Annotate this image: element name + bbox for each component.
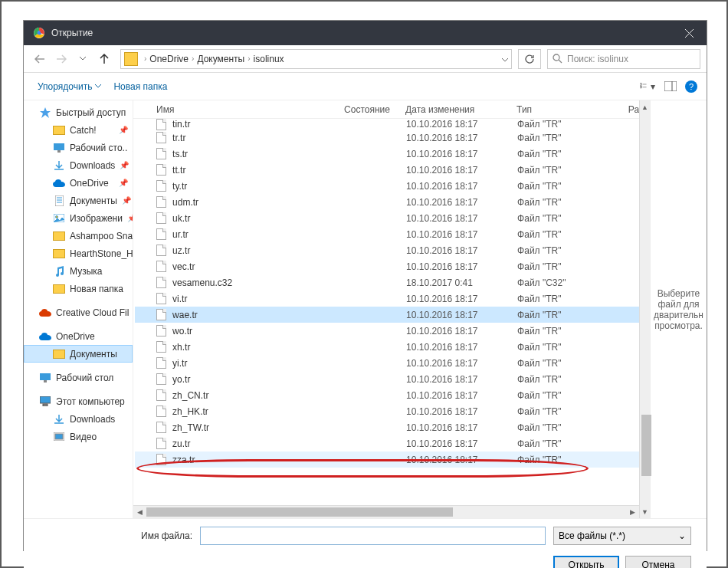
chevron-right-icon[interactable]: › <box>144 54 146 63</box>
file-row[interactable]: zh_TW.tr10.10.2016 18:17Файл "TR" <box>135 419 639 435</box>
sidebar-item[interactable]: Creative Cloud Fil <box>24 304 133 321</box>
organize-button[interactable]: Упорядочить <box>33 78 106 95</box>
sidebar-item[interactable]: Рабочий сто..📌 <box>24 139 133 156</box>
sidebar-item[interactable]: Документы📌 <box>24 192 133 209</box>
sidebar-item-documents[interactable]: Документы <box>24 345 133 363</box>
file-row[interactable]: udm.tr10.10.2016 18:17Файл "TR" <box>135 194 639 210</box>
folder-icon <box>53 350 65 359</box>
column-size[interactable]: Ра <box>608 104 639 115</box>
pin-icon: 📌 <box>122 196 131 205</box>
window-title: Открытие <box>51 28 671 38</box>
file-row[interactable]: tin.tr10.10.2016 18:17Файл "TR" <box>135 119 639 130</box>
help-button[interactable]: ? <box>685 80 697 93</box>
sidebar-item[interactable]: Видео <box>24 428 133 445</box>
folder-icon <box>53 126 65 135</box>
file-date: 10.10.2016 18:17 <box>406 197 517 208</box>
file-row[interactable]: uk.tr10.10.2016 18:17Файл "TR" <box>135 210 639 226</box>
file-row[interactable]: vesamenu.c3218.10.2017 0:41Файл "C32" <box>135 274 639 291</box>
file-name: tin.tr <box>172 119 360 130</box>
filename-input[interactable] <box>200 527 546 545</box>
file-row[interactable]: tt.tr10.10.2016 18:17Файл "TR" <box>135 162 639 178</box>
column-type[interactable]: Тип <box>516 104 608 115</box>
search-input[interactable]: Поиск: isolinux <box>547 49 700 69</box>
file-name: vec.tr <box>172 261 360 272</box>
sidebar-item[interactable]: Изображени📌 <box>24 209 133 227</box>
sidebar-item[interactable]: Ashampoo Snap <box>24 227 133 245</box>
file-icon <box>156 132 166 143</box>
file-type: Файл "TR" <box>517 119 609 130</box>
file-row[interactable]: zh_CN.tr10.10.2016 18:17Файл "TR" <box>135 387 639 403</box>
scroll-thumb[interactable] <box>641 415 651 476</box>
chevron-right-icon[interactable]: › <box>192 54 194 63</box>
breadcrumb-item[interactable]: Документы <box>197 54 244 64</box>
column-date[interactable]: Дата изменения <box>405 104 516 115</box>
file-type: Файл "TR" <box>517 181 609 192</box>
nav-back[interactable] <box>30 49 50 69</box>
file-icon <box>156 422 166 433</box>
sidebar-item[interactable]: Музыка <box>24 262 133 280</box>
chevron-right-icon[interactable]: › <box>248 54 250 63</box>
sidebar-this-pc[interactable]: Этот компьютер <box>24 392 133 410</box>
file-date: 18.10.2017 0:41 <box>406 277 517 288</box>
sidebar-item[interactable]: Downloads <box>24 410 133 428</box>
sidebar-quick-access[interactable]: Быстрый доступ <box>24 103 133 121</box>
sidebar-item[interactable]: Catch!📌 <box>24 121 133 139</box>
file-type: Файл "TR" <box>517 133 609 143</box>
sidebar-onedrive[interactable]: OneDrive <box>24 327 133 345</box>
file-row[interactable]: wo.tr10.10.2016 18:17Файл "TR" <box>135 323 639 339</box>
breadcrumb-item[interactable]: isolinux <box>254 54 284 64</box>
file-row[interactable]: vec.tr10.10.2016 18:17Файл "TR" <box>135 258 639 274</box>
file-row[interactable]: vi.tr10.10.2016 18:17Файл "TR" <box>135 291 639 307</box>
scroll-down-button[interactable]: ▼ <box>640 505 650 518</box>
file-row[interactable]: zh_HK.tr10.10.2016 18:17Файл "TR" <box>135 403 639 419</box>
file-row[interactable]: yo.tr10.10.2016 18:17Файл "TR" <box>135 371 639 387</box>
file-list[interactable]: tin.tr10.10.2016 18:17Файл "TR"tr.tr10.1… <box>133 119 639 505</box>
column-state[interactable]: Состояние <box>344 104 405 115</box>
file-row[interactable]: xh.tr10.10.2016 18:17Файл "TR" <box>135 339 639 355</box>
file-row[interactable]: ur.tr10.10.2016 18:17Файл "TR" <box>135 226 639 242</box>
file-row[interactable]: uz.tr10.10.2016 18:17Файл "TR" <box>135 242 639 258</box>
breadcrumb-dropdown[interactable] <box>502 54 508 64</box>
sidebar-item[interactable]: Downloads📌 <box>24 156 133 174</box>
horizontal-scrollbar[interactable]: ◀ ▶ <box>133 505 639 518</box>
file-type-filter[interactable]: Все файлы (*.*)⌄ <box>553 527 691 545</box>
file-row[interactable]: ty.tr10.10.2016 18:17Файл "TR" <box>135 178 639 194</box>
scroll-right-button[interactable]: ▶ <box>626 506 639 518</box>
sidebar-item[interactable]: HearthStone_He <box>24 245 133 262</box>
preview-pane-toggle[interactable] <box>662 78 679 95</box>
sidebar-item[interactable]: Новая папка <box>24 280 133 297</box>
folder-icon <box>53 249 65 258</box>
breadcrumb-item[interactable]: OneDrive <box>149 54 189 64</box>
scroll-thumb[interactable] <box>146 507 453 517</box>
new-folder-button[interactable]: Новая папка <box>109 78 172 95</box>
svg-point-4 <box>553 54 559 61</box>
file-row[interactable]: tr.tr10.10.2016 18:17Файл "TR" <box>135 130 639 146</box>
file-type: Файл "TR" <box>517 455 609 465</box>
breadcrumb[interactable]: › OneDrive › Документы › isolinux <box>120 49 512 69</box>
desktop-icon <box>53 142 65 154</box>
scroll-left-button[interactable]: ◀ <box>133 506 146 518</box>
cancel-button[interactable]: Отмена <box>625 556 691 568</box>
nav-recent[interactable] <box>73 49 93 69</box>
file-icon <box>156 325 166 337</box>
file-type: Файл "TR" <box>517 197 609 208</box>
file-row[interactable]: ts.tr10.10.2016 18:17Файл "TR" <box>135 146 639 162</box>
open-button[interactable]: Открыть <box>553 556 619 568</box>
file-row[interactable]: zu.tr10.10.2016 18:17Файл "TR" <box>135 435 639 451</box>
file-type: Файл "TR" <box>517 406 609 417</box>
sidebar-item[interactable]: OneDrive📌 <box>24 174 133 192</box>
sidebar-item[interactable]: Рабочий стол <box>24 369 133 386</box>
file-row[interactable]: yi.tr10.10.2016 18:17Файл "TR" <box>135 355 639 371</box>
file-row[interactable]: wae.tr10.10.2016 18:17Файл "TR" <box>135 307 639 323</box>
view-menu[interactable]: ▾ <box>639 78 656 95</box>
file-date: 10.10.2016 18:17 <box>406 390 517 401</box>
close-button[interactable] <box>671 21 707 45</box>
column-name[interactable]: Имя <box>156 104 344 115</box>
nav-forward[interactable] <box>51 49 71 69</box>
nav-up[interactable] <box>94 49 114 69</box>
scroll-up-button[interactable]: ▲ <box>640 100 650 113</box>
pin-icon: 📌 <box>132 143 133 152</box>
vertical-scrollbar[interactable]: ▲ ▼ <box>639 100 650 518</box>
refresh-button[interactable] <box>518 49 541 69</box>
file-row[interactable]: zza.tr10.10.2016 18:17Файл "TR" <box>135 451 639 468</box>
